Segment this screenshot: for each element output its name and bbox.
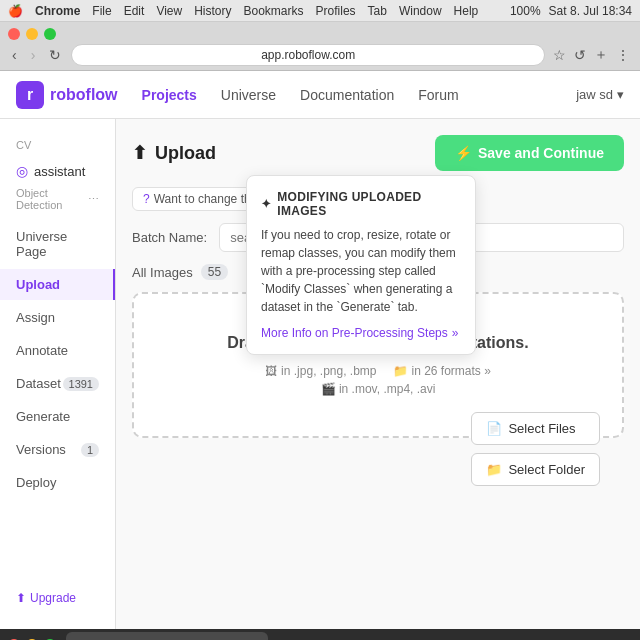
drop-formats-row2: 🎬 in .mov, .mp4, .avi xyxy=(154,382,602,396)
upgrade-label: Upgrade xyxy=(30,591,76,605)
window-maximize-button[interactable] xyxy=(44,28,56,40)
tooltip-link[interactable]: More Info on Pre-Processing Steps » xyxy=(261,326,461,340)
apple-menu-icon[interactable]: 🍎 xyxy=(8,4,23,18)
menu-window[interactable]: Window xyxy=(399,4,442,18)
project-settings-icon[interactable]: ⋯ xyxy=(88,193,99,206)
nav-link-documentation[interactable]: Documentation xyxy=(300,83,394,107)
back-button[interactable]: ‹ xyxy=(8,45,21,65)
app-logo[interactable]: r roboflow xyxy=(16,81,118,109)
sidebar-item-annotate[interactable]: Annotate xyxy=(0,335,115,366)
upload-header: ⬆ Upload ⚡ Save and Continue xyxy=(132,135,624,171)
sidebar-item-assign[interactable]: Assign xyxy=(0,302,115,333)
sidebar-label-deploy: Deploy xyxy=(16,475,56,490)
upload-title-icon: ⬆ xyxy=(132,142,147,164)
main-layout: CV ◎ assistant Object Detection ⋯ Univer… xyxy=(0,119,640,629)
format-annotation: 📁 in 26 formats » xyxy=(393,364,491,378)
nav-link-forum[interactable]: Forum xyxy=(418,83,458,107)
content-area: ⬆ Upload ⚡ Save and Continue ? Want to c… xyxy=(116,119,640,629)
project-icon: ◎ xyxy=(16,163,28,179)
sidebar-label-generate: Generate xyxy=(16,409,70,424)
nav-link-projects[interactable]: Projects xyxy=(142,83,197,107)
drop-formats: 🖼 in .jpg, .png, .bmp 📁 in 26 formats » xyxy=(154,364,602,378)
select-buttons: 📄 Select Files 📁 Select Folder xyxy=(471,412,600,486)
select-folder-button[interactable]: 📁 Select Folder xyxy=(471,453,600,486)
sidebar-project[interactable]: ◎ assistant xyxy=(0,157,115,185)
select-files-label: Select Files xyxy=(508,421,575,436)
menu-file[interactable]: File xyxy=(92,4,111,18)
sidebar-label-assign: Assign xyxy=(16,310,55,325)
save-label: Save and Continue xyxy=(478,145,604,161)
dataset-badge: 1391 xyxy=(63,377,99,391)
upload-title-text: Upload xyxy=(155,143,216,164)
tooltip-body: If you need to crop, resize, rotate or r… xyxy=(261,226,461,316)
image-format-icon: 🖼 xyxy=(265,364,277,378)
video-format-icon: 🎬 xyxy=(321,382,336,396)
upgrade-icon: ⬆ xyxy=(16,591,26,605)
tooltip-header-text: MODIFYING UPLOADED IMAGES xyxy=(277,190,461,218)
settings-button[interactable]: ⋮ xyxy=(614,44,632,66)
tooltip-header: ✦ MODIFYING UPLOADED IMAGES xyxy=(261,190,461,218)
sidebar-item-versions[interactable]: Versions 1 xyxy=(0,434,115,465)
tooltip-link-text: More Info on Pre-Processing Steps xyxy=(261,326,448,340)
bottom-active-tab[interactable]: ▶ Nsibti Laaziza 5 - Episode 9 &... × xyxy=(66,632,268,640)
menu-tab[interactable]: Tab xyxy=(368,4,387,18)
menu-bookmarks[interactable]: Bookmarks xyxy=(244,4,304,18)
images-count-badge: 55 xyxy=(201,264,228,280)
sidebar-item-deploy[interactable]: Deploy xyxy=(0,467,115,498)
menu-edit[interactable]: Edit xyxy=(124,4,145,18)
tooltip-header-icon: ✦ xyxy=(261,197,271,211)
battery-status: 100% xyxy=(510,4,541,18)
sidebar-item-dataset[interactable]: Dataset 1391 xyxy=(0,368,115,399)
menu-profiles[interactable]: Profiles xyxy=(316,4,356,18)
tooltip-link-arrow: » xyxy=(452,326,459,340)
user-menu[interactable]: jaw sd ▾ xyxy=(576,87,624,102)
bottom-new-tab-button[interactable]: + xyxy=(272,636,289,640)
sidebar-label-dataset: Dataset xyxy=(16,376,61,391)
window-close-button[interactable] xyxy=(8,28,20,40)
save-continue-button[interactable]: ⚡ Save and Continue xyxy=(435,135,624,171)
sidebar-item-universe-page[interactable]: Universe Page xyxy=(0,221,115,267)
tooltip-question-icon: ? xyxy=(143,192,150,206)
app-container: r roboflow Projects Universe Documentati… xyxy=(0,71,640,629)
select-folder-icon: 📁 xyxy=(486,462,502,477)
forward-button[interactable]: › xyxy=(27,45,40,65)
sidebar-item-generate[interactable]: Generate xyxy=(0,401,115,432)
sidebar-label-universe-page: Universe Page xyxy=(16,229,99,259)
menu-chrome[interactable]: Chrome xyxy=(35,4,80,18)
address-bar[interactable]: app.roboflow.com xyxy=(71,44,545,66)
nav-links: Projects Universe Documentation Forum xyxy=(142,83,459,107)
images-tab-label[interactable]: All Images xyxy=(132,265,193,280)
datetime-display: Sat 8. Jul 18:34 xyxy=(549,4,632,18)
new-tab-button[interactable]: ＋ xyxy=(592,44,610,66)
window-minimize-button[interactable] xyxy=(26,28,38,40)
video-format-text: in .mov, .mp4, .avi xyxy=(339,382,435,396)
sidebar: CV ◎ assistant Object Detection ⋯ Univer… xyxy=(0,119,116,629)
annotation-format-text: in 26 formats » xyxy=(412,364,491,378)
batch-label: Batch Name: xyxy=(132,230,207,245)
tooltip-popup: ✦ MODIFYING UPLOADED IMAGES If you need … xyxy=(246,175,476,355)
browser-chrome: ‹ › ↻ app.roboflow.com ☆ ↺ ＋ ⋮ xyxy=(0,22,640,71)
upload-title: ⬆ Upload xyxy=(132,142,216,164)
nav-link-universe[interactable]: Universe xyxy=(221,83,276,107)
bookmark-button[interactable]: ☆ xyxy=(551,44,568,66)
select-folder-label: Select Folder xyxy=(508,462,585,477)
menu-history[interactable]: History xyxy=(194,4,231,18)
user-name: jaw sd xyxy=(576,87,613,102)
versions-badge: 1 xyxy=(81,443,99,457)
browser-toolbar: ‹ › ↻ app.roboflow.com ☆ ↺ ＋ ⋮ xyxy=(0,40,640,70)
image-format-text: in .jpg, .png, .bmp xyxy=(281,364,376,378)
save-icon: ⚡ xyxy=(455,145,472,161)
select-files-icon: 📄 xyxy=(486,421,502,436)
logo-text: roboflow xyxy=(50,86,118,104)
refresh-button[interactable]: ↻ xyxy=(45,45,65,65)
app-nav: r roboflow Projects Universe Documentati… xyxy=(0,71,640,119)
annotation-format-icon: 📁 xyxy=(393,364,408,378)
menu-help[interactable]: Help xyxy=(454,4,479,18)
sidebar-label-annotate: Annotate xyxy=(16,343,68,358)
upgrade-button[interactable]: ⬆ Upgrade xyxy=(0,583,115,613)
select-files-button[interactable]: 📄 Select Files xyxy=(471,412,600,445)
menu-view[interactable]: View xyxy=(156,4,182,18)
reload-button[interactable]: ↺ xyxy=(572,44,588,66)
sidebar-label-upload: Upload xyxy=(16,277,60,292)
sidebar-item-upload[interactable]: Upload xyxy=(0,269,115,300)
